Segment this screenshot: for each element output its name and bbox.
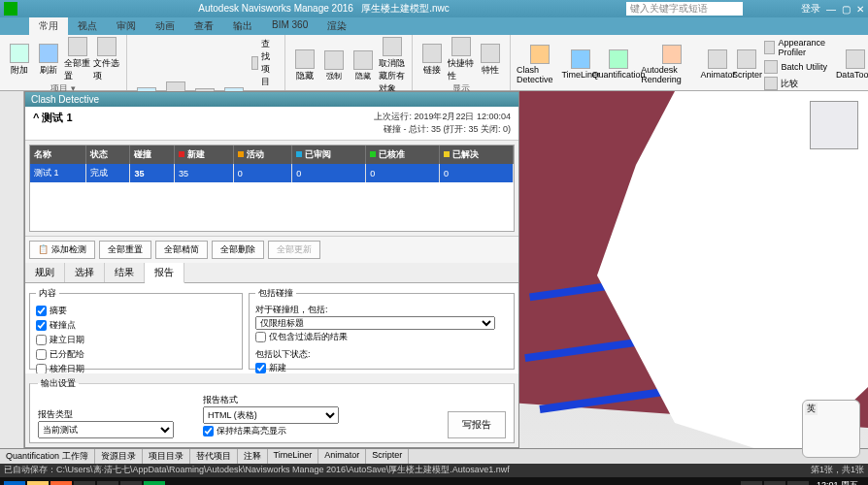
ribbon: 附加 刷新 全部重置 文件选项 项目 ▾ 选择 保存选择 选择 选择树 查找项目… (0, 35, 868, 91)
tab-quantification[interactable]: Quantification 工作簿 (0, 449, 95, 464)
ribbon-tab-viewpoint[interactable]: 视点 (68, 17, 107, 35)
add-test-button[interactable]: 📋 添加检测 (29, 241, 95, 259)
filter-checkbox[interactable] (255, 332, 266, 342)
help-search-input[interactable]: 键入关键字或短语 (626, 2, 743, 16)
content-checkbox[interactable] (36, 335, 47, 345)
tab-timeliner[interactable]: TimeLiner (268, 449, 319, 464)
navigation-bar[interactable] (849, 178, 868, 353)
refresh-button[interactable]: 刷新 (35, 44, 62, 77)
col-clashes[interactable]: 碰撞 (130, 146, 175, 164)
ribbon-tab-home[interactable]: 常用 (29, 17, 68, 35)
delete-all-button[interactable]: 全部删除 (212, 241, 264, 259)
quantification-button[interactable]: Quantification (598, 49, 640, 80)
clash-test-table[interactable]: 名称 状态 碰撞 新建 活动 已审阅 已核准 已解决 测试 1完成 3535 0… (29, 145, 515, 232)
report-type-select[interactable]: 当前测试 (38, 421, 174, 438)
group-select[interactable]: 仅限组标题 (255, 316, 495, 330)
ribbon-tab-render[interactable]: 渲染 (317, 17, 356, 35)
hide-button[interactable]: 隐藏 (291, 49, 318, 82)
tab-scripter[interactable]: Scripter (366, 449, 409, 464)
table-row[interactable]: 测试 1完成 3535 00 00 (30, 164, 514, 182)
require-button[interactable]: 强制 (320, 50, 348, 81)
tray-icon[interactable] (741, 481, 762, 485)
col-reviewed[interactable]: 已审阅 (292, 146, 366, 164)
compact-all-button[interactable]: 全部精简 (155, 241, 208, 259)
report-format-select[interactable]: HTML (表格) (203, 406, 339, 424)
col-resolved[interactable]: 已解决 (440, 146, 514, 164)
tray-icon[interactable] (787, 481, 809, 485)
autosave-path: 已自动保存：C:\Users\离·清七七\AppData\Roaming\Aut… (4, 464, 510, 477)
col-approved[interactable]: 已核准 (366, 146, 440, 164)
col-new[interactable]: 新建 (174, 146, 233, 164)
taskbar-app-icon[interactable] (120, 481, 142, 485)
user-login[interactable]: 登录 (801, 2, 820, 16)
desktop-pet-icon[interactable]: 英 (802, 400, 860, 458)
windows-taskbar[interactable]: 51℃ 12:01 周五 2019/2/22 (0, 477, 868, 485)
window-close-icon[interactable]: ✕ (856, 4, 864, 15)
sheet-indicator: 第1张，共1张 (811, 464, 864, 477)
taskbar-browser-icon[interactable] (50, 481, 72, 485)
ribbon-tab-bim360[interactable]: BIM 360 (262, 17, 317, 35)
clash-detective-button[interactable]: Clash Detective (517, 45, 564, 84)
tab-report[interactable]: 报告 (145, 263, 184, 283)
tab-rules[interactable]: 规则 (25, 263, 65, 282)
content-label: 已分配给 (50, 348, 84, 361)
tab-item-catalog[interactable]: 项目目录 (143, 449, 190, 464)
compare-button[interactable]: 比较 (762, 76, 838, 91)
content-checkbox[interactable] (36, 320, 47, 331)
update-all-button[interactable]: 全部更新 (268, 241, 320, 259)
3d-viewport[interactable] (519, 91, 868, 448)
ribbon-tab-output[interactable]: 输出 (223, 17, 262, 35)
system-clock[interactable]: 12:01 周五 2019/2/22 (811, 481, 864, 485)
content-checkbox[interactable] (36, 306, 47, 316)
tab-select[interactable]: 选择 (65, 263, 105, 282)
batch-utility-button[interactable]: Batch Utility (762, 59, 838, 75)
datatools-button[interactable]: DataTools (840, 49, 868, 80)
content-checkbox[interactable] (36, 349, 47, 360)
find-items-button[interactable]: 查找项目 (250, 37, 279, 89)
append-button[interactable]: 附加 (6, 44, 33, 77)
tab-results[interactable]: 结果 (105, 263, 145, 282)
tab-comments[interactable]: 注释 (238, 449, 268, 464)
unhide-all-button[interactable]: 取消隐藏所有对象 (379, 37, 406, 95)
ribbon-tab-view[interactable]: 查看 (184, 17, 223, 35)
window-min-icon[interactable]: — (826, 4, 836, 15)
tray-icon[interactable] (764, 481, 785, 485)
col-active[interactable]: 活动 (233, 146, 292, 164)
ribbon-tab-review[interactable]: 审阅 (107, 17, 146, 35)
tab-resource-catalog[interactable]: 资源目录 (95, 449, 143, 464)
quick-props-button[interactable]: 快捷特性 (448, 37, 475, 82)
report-type-label: 报告类型 (38, 408, 174, 421)
preserve-highlight-checkbox[interactable] (203, 426, 214, 436)
col-name[interactable]: 名称 (30, 146, 85, 164)
taskbar-explorer-icon[interactable] (27, 481, 49, 485)
animator-button[interactable]: Animator (704, 49, 731, 80)
content-legend: 内容 (36, 287, 59, 300)
clash-detective-panel: Clash Detective ^ 测试 1 上次运行: 2019年2月22日 … (24, 91, 519, 448)
start-button[interactable] (4, 481, 25, 485)
write-report-button[interactable]: 写报告 (448, 411, 506, 438)
left-toolbar[interactable] (0, 91, 24, 448)
scripter-button[interactable]: Scripter (733, 49, 760, 80)
col-status[interactable]: 状态 (85, 146, 130, 164)
reset-all-button[interactable]: 全部重置 (64, 37, 91, 82)
reset-all-button[interactable]: 全部重置 (99, 241, 151, 259)
file-options-button[interactable]: 文件选项 (93, 37, 120, 82)
links-button[interactable]: 链接 (418, 44, 446, 77)
hide-unselected-button[interactable]: 隐藏 (350, 50, 377, 81)
bottom-panel-tabs: Quantification 工作簿 资源目录 项目目录 替代项目 注释 Tim… (0, 448, 868, 464)
taskbar-navisworks-icon[interactable] (144, 481, 165, 485)
appearance-profiler-button[interactable]: Appearance Profiler (762, 37, 838, 58)
content-checkbox[interactable] (36, 364, 47, 373)
ribbon-tab-animation[interactable]: 动画 (146, 17, 184, 35)
status-checkbox[interactable] (255, 363, 266, 373)
tab-change-items[interactable]: 替代项目 (190, 449, 238, 464)
viewcube-icon[interactable] (810, 101, 858, 149)
tab-animator[interactable]: Animator (318, 449, 366, 464)
report-format-label: 报告格式 (203, 394, 339, 406)
properties-button[interactable]: 特性 (477, 44, 504, 77)
window-max-icon[interactable]: ▢ (842, 4, 851, 15)
rendering-button[interactable]: Autodesk Rendering (641, 45, 702, 84)
taskbar-app-icon[interactable] (74, 481, 95, 485)
status-bar: 已自动保存：C:\Users\离·清七七\AppData\Roaming\Aut… (0, 464, 868, 477)
taskbar-app-icon[interactable] (97, 481, 118, 485)
